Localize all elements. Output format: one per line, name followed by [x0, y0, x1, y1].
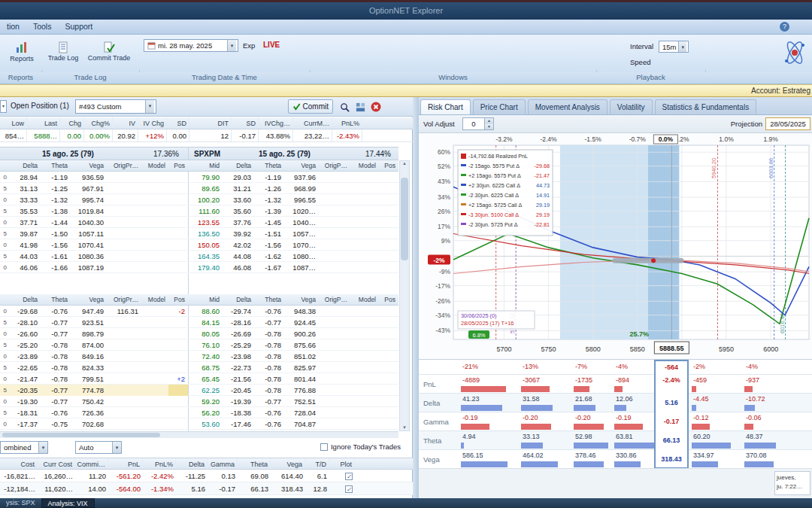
column-header[interactable]: Model: [141, 160, 168, 172]
pos-cell[interactable]: [168, 262, 188, 273]
column-header[interactable]: SD: [167, 117, 189, 129]
analysis-tab[interactable]: Risk Chart: [420, 99, 471, 114]
risk-chart[interactable]: 5690.905713.325940.206003.866016.4660%52…: [419, 133, 812, 359]
column-header[interactable]: Chg: [60, 117, 84, 129]
pos-cell[interactable]: [379, 306, 398, 317]
mid-cell[interactable]: 53.60: [188, 418, 223, 430]
mid-cell[interactable]: 79.90: [188, 172, 223, 183]
column-header[interactable]: IV Chg: [138, 117, 167, 129]
scrollbar-thumb[interactable]: [2, 433, 160, 437]
option-chain-row[interactable]: 041.98-1.561070.41150.0542.02-1.561070…: [0, 239, 398, 251]
column-header[interactable]: Plot: [329, 458, 355, 469]
commit-trade-button[interactable]: Commit Trade: [84, 35, 134, 68]
pos-cell[interactable]: [168, 385, 188, 396]
column-header[interactable]: Delta: [223, 294, 254, 306]
menu-item[interactable]: Support: [58, 20, 99, 34]
reports-button[interactable]: Reports: [5, 35, 38, 68]
pos-cell[interactable]: [168, 396, 188, 407]
pos-cell[interactable]: [168, 418, 188, 430]
option-chain-row[interactable]: 5-18.31-0.76726.3656.20-18.38-0.76728.04: [0, 407, 398, 418]
pos-cell[interactable]: [379, 351, 398, 362]
option-chain-row[interactable]: 033.33-1.32995.74100.2033.60-1.32996.55: [0, 194, 398, 205]
column-header[interactable]: OrigP…: [319, 294, 350, 306]
column-header[interactable]: Delta: [0, 294, 41, 306]
menu-item[interactable]: Tools: [26, 20, 59, 34]
column-header[interactable]: Last: [27, 117, 60, 129]
column-header[interactable]: Gamma: [208, 458, 238, 469]
strategy-select[interactable]: #493 Custom ▾: [75, 99, 156, 114]
column-header[interactable]: Vega: [284, 294, 319, 306]
trade-log-button[interactable]: Trade Log: [45, 35, 81, 68]
option-chain-row[interactable]: 0-17.37-0.75702.6853.60-17.46-0.76704.87: [0, 418, 398, 430]
column-header[interactable]: OrigP…: [319, 160, 350, 172]
column-header[interactable]: OrigPr…: [107, 294, 141, 306]
column-header[interactable]: IV: [113, 117, 138, 129]
column-header[interactable]: Theta: [41, 160, 71, 172]
column-header[interactable]: Pos: [168, 160, 188, 172]
pos-cell[interactable]: [379, 228, 398, 239]
chain-horizontal-scrollbar[interactable]: [0, 431, 398, 438]
mid-cell[interactable]: 59.20: [188, 396, 223, 407]
column-header[interactable]: Vega: [271, 458, 305, 469]
option-chain-row[interactable]: 0-19.30-0.77750.4259.20-19.39-0.77752.51: [0, 396, 398, 407]
mid-cell[interactable]: 179.40: [188, 262, 223, 273]
mid-cell[interactable]: 100.20: [188, 194, 223, 205]
layout-icon[interactable]: [353, 100, 367, 114]
search-icon[interactable]: [338, 100, 351, 114]
analysis-tab[interactable]: Statistics & Fundamentals: [655, 99, 757, 114]
projection-date[interactable]: 28/05/2025: [765, 117, 810, 130]
option-chain-row[interactable]: 531.13-1.25967.9189.6531.21-1.26968.99: [0, 183, 398, 194]
column-header[interactable]: Pos: [379, 160, 398, 172]
pos-cell[interactable]: [379, 328, 398, 339]
column-header[interactable]: SD: [232, 117, 259, 129]
pos-cell[interactable]: [379, 373, 398, 385]
pos-cell[interactable]: [168, 328, 188, 339]
pos-cell[interactable]: [168, 172, 188, 183]
vol-adjust-stepper[interactable]: 0 ▲▼: [462, 117, 494, 130]
option-chain-row[interactable]: 544.03-1.611080.36164.3544.08-1.621080…: [0, 251, 398, 262]
panel-splitter[interactable]: [413, 97, 419, 498]
exp-label[interactable]: Exp: [243, 41, 255, 50]
pos-cell[interactable]: [379, 317, 398, 328]
column-header[interactable]: Mid: [188, 294, 223, 306]
mid-cell[interactable]: 164.35: [188, 251, 223, 262]
pos-cell[interactable]: +2: [168, 373, 188, 385]
spin-up-icon[interactable]: ▲: [485, 118, 493, 124]
pos-cell[interactable]: [168, 362, 188, 373]
scrollbar-thumb[interactable]: [401, 178, 408, 260]
combined-select[interactable]: ombined ▾: [0, 441, 48, 454]
option-chain-row[interactable]: 0-23.89-0.78849.1672.40-23.98-0.78851.02: [0, 351, 398, 362]
mid-cell[interactable]: 76.10: [188, 339, 223, 351]
column-header[interactable]: Chg%: [84, 117, 113, 129]
analysis-tab[interactable]: Movement Analysis: [528, 99, 607, 114]
column-header[interactable]: T/D: [305, 458, 329, 469]
help-icon[interactable]: ?: [780, 22, 789, 32]
option-chain-row[interactable]: 0-26.60-0.77898.7980.05-26.69-0.78900.26: [0, 328, 398, 339]
pos-cell[interactable]: [379, 172, 398, 183]
mid-cell[interactable]: 68.75: [188, 362, 223, 373]
option-chain-row[interactable]: 028.94-1.19936.5979.9029.03-1.19937.96: [0, 172, 398, 183]
pos-cell[interactable]: [168, 407, 188, 418]
pos-cell[interactable]: [379, 385, 398, 396]
column-header[interactable]: PnL%: [332, 117, 362, 129]
plot-checkbox[interactable]: ✓: [345, 473, 353, 480]
column-header[interactable]: Vega: [71, 160, 107, 172]
column-header[interactable]: IVChg…: [259, 117, 293, 129]
column-header[interactable]: Commi…: [75, 458, 108, 469]
mid-cell[interactable]: 136.50: [188, 228, 223, 239]
column-header[interactable]: Model: [350, 160, 379, 172]
option-chain-row[interactable]: 5-22.65-0.78824.3368.75-22.73-0.78825.97: [0, 362, 398, 373]
pos-cell[interactable]: [168, 205, 188, 217]
status-item[interactable]: ysis: SPX: [0, 498, 41, 508]
mid-cell[interactable]: 111.60: [188, 205, 223, 217]
option-chain-row[interactable]: 0-21.47-0.78799.51+265.45-21.56-0.78801.…: [0, 373, 398, 385]
column-header[interactable]: PnL%: [143, 458, 176, 469]
plot-checkbox[interactable]: ✓: [345, 485, 353, 493]
column-header[interactable]: Theta: [254, 294, 284, 306]
mid-cell[interactable]: 150.05: [188, 239, 223, 251]
option-chain-row[interactable]: 5-28.10-0.77923.5184.15-28.16-0.77924.45: [0, 317, 398, 328]
column-header[interactable]: Theta: [41, 294, 71, 306]
option-chain-row[interactable]: 5-20.35-0.77774.7862.25-20.45-0.78776.88: [0, 385, 398, 396]
pos-cell[interactable]: [379, 339, 398, 351]
open-position-label[interactable]: Open Position (1): [11, 102, 69, 110]
